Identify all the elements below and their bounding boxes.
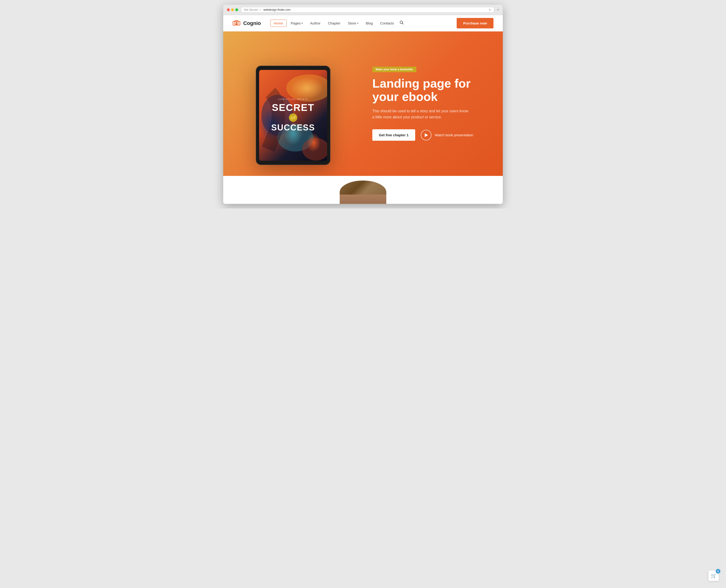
play-icon <box>425 133 428 137</box>
browser-titlebar: Not Secure — webdesign-finder.com ↻ + <box>223 5 503 15</box>
below-hero-section <box>223 176 503 204</box>
logo-icon <box>232 19 241 27</box>
nav-item-contacts[interactable]: Contacts <box>377 20 397 26</box>
minimize-button[interactable] <box>231 8 234 11</box>
nav-item-store[interactable]: Store ▾ <box>345 20 361 26</box>
book-title-success: SUCCESS <box>271 123 315 132</box>
navbar: Cognio Home Pages ▾ Author Chapter Store <box>223 15 503 31</box>
hero-title: Landing page for your ebook <box>372 77 489 103</box>
nav-home-label: Home <box>274 21 283 25</box>
book-title-of: of <box>289 113 297 122</box>
close-button[interactable] <box>227 8 230 11</box>
search-icon[interactable] <box>398 19 405 27</box>
book-title-secret: SECRET <box>271 103 315 112</box>
hero-right: Make your book a bestseller Landing page… <box>363 52 503 155</box>
hero-left: Christian Rein's SECRET of SUCCESS <box>223 56 363 151</box>
nav-chapter-label: Chapter <box>328 21 340 25</box>
get-free-chapter-button[interactable]: Get free chapter 1 <box>372 129 415 141</box>
nav-item-chapter[interactable]: Chapter <box>325 20 344 26</box>
browser-window: Not Secure — webdesign-finder.com ↻ + Co… <box>223 5 503 204</box>
nav-item-author[interactable]: Author <box>307 20 324 26</box>
refresh-icon[interactable]: ↻ <box>489 8 491 12</box>
nav-item-home[interactable]: Home <box>270 20 287 27</box>
svg-line-4 <box>402 23 403 24</box>
maximize-button[interactable] <box>235 8 238 11</box>
nav-blog-label: Blog <box>366 21 373 25</box>
tablet-screen: Christian Rein's SECRET of SUCCESS <box>259 70 327 161</box>
nav-store-label: Store <box>348 21 356 25</box>
security-label: Not Secure — <box>244 8 262 12</box>
url-display: webdesign-finder.com <box>263 8 291 12</box>
watch-presentation-label: Watch book presentation <box>435 133 473 137</box>
book-author: Christian Rein's <box>271 98 315 100</box>
logo-text: Cognio <box>243 20 261 26</box>
nav-pages-label: Pages <box>291 21 301 25</box>
play-button[interactable] <box>421 130 432 141</box>
store-dropdown-icon: ▾ <box>357 22 358 24</box>
person-image <box>340 181 386 204</box>
nav-links: Home Pages ▾ Author Chapter Store ▾ Blog <box>270 19 452 27</box>
pages-dropdown-icon: ▾ <box>302 22 303 24</box>
website-content: Cognio Home Pages ▾ Author Chapter Store <box>223 15 503 204</box>
hero-cta: Get free chapter 1 Watch book presentati… <box>372 129 489 141</box>
logo[interactable]: Cognio <box>232 19 261 27</box>
purchase-now-button[interactable]: Purchase now <box>457 18 494 28</box>
hero-section: Christian Rein's SECRET of SUCCESS Mak <box>223 31 503 176</box>
person-hair <box>340 181 386 194</box>
new-tab-button[interactable]: + <box>497 8 499 12</box>
nav-item-pages[interactable]: Pages ▾ <box>288 20 306 26</box>
watch-presentation-button[interactable]: Watch book presentation <box>421 130 473 141</box>
address-bar[interactable]: Not Secure — webdesign-finder.com ↻ <box>241 7 494 13</box>
tablet-frame: Christian Rein's SECRET of SUCCESS <box>256 66 330 165</box>
book-cover-content: Christian Rein's SECRET of SUCCESS <box>267 93 320 137</box>
nav-contacts-label: Contacts <box>380 21 394 25</box>
hero-badge: Make your book a bestseller <box>372 67 416 72</box>
tablet-device: Christian Rein's SECRET of SUCCESS <box>256 66 330 165</box>
book-title-line2: of <box>271 112 315 123</box>
hero-description: This should be used to tell a story and … <box>372 108 470 120</box>
nav-item-blog[interactable]: Blog <box>362 20 376 26</box>
traffic-lights <box>227 8 238 11</box>
nav-author-label: Author <box>310 21 320 25</box>
